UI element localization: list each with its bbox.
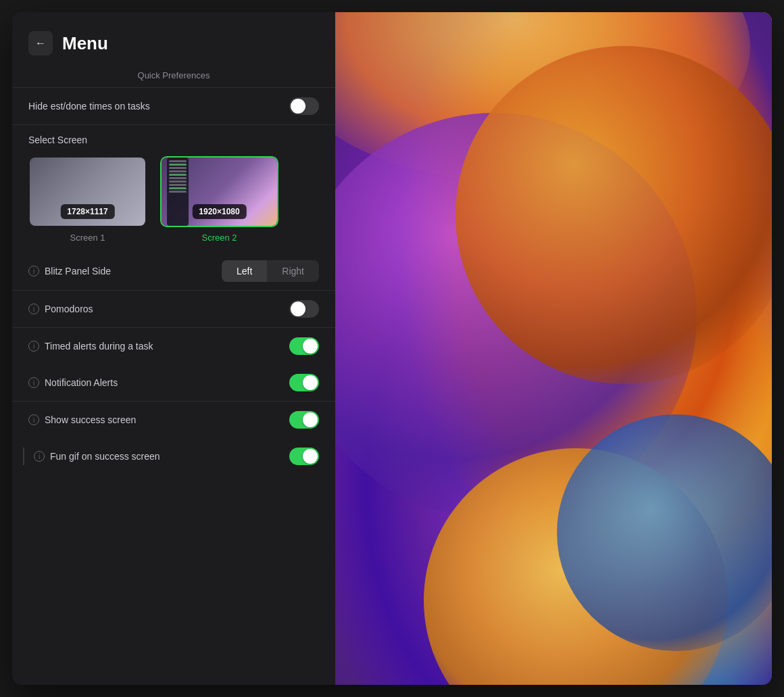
- mini-bar-2: [169, 164, 187, 166]
- side-toggle-group: Left Right: [222, 260, 319, 282]
- screen2-resolution: 1920×1080: [192, 204, 246, 219]
- mini-bar-3: [169, 167, 187, 169]
- pomodoros-info-icon[interactable]: i: [28, 304, 39, 314]
- side-btn-right[interactable]: Right: [267, 260, 319, 282]
- show-success-toggle[interactable]: [289, 411, 319, 429]
- mini-bar-5: [169, 174, 187, 176]
- pomodoros-label: Pomodoros: [45, 304, 93, 314]
- back-icon: ←: [35, 37, 46, 49]
- screen-option-2[interactable]: 1920×1080 Screen 2: [160, 156, 278, 243]
- orange-bubble: [456, 46, 772, 384]
- blitz-panel-label: Blitz Panel Side: [45, 266, 111, 277]
- show-success-label-group: i Show success screen: [28, 414, 136, 425]
- screen-option-1[interactable]: 1728×1117 Screen 1: [28, 156, 147, 243]
- hide-times-toggle[interactable]: [289, 97, 319, 115]
- timed-alerts-row: i Timed alerts during a task: [12, 328, 335, 364]
- timed-alerts-info-icon[interactable]: i: [28, 341, 39, 352]
- mini-bar-6: [169, 177, 187, 179]
- screen-options: 1728×1117 Screen 1: [28, 156, 319, 243]
- screen-thumbnail-2: 1920×1080: [160, 156, 278, 227]
- mini-bar-9: [169, 187, 187, 189]
- hide-times-row: Hide est/done times on tasks: [12, 88, 335, 124]
- pomodoros-toggle[interactable]: [289, 300, 319, 318]
- blitz-panel-side-row: i Blitz Panel Side Left Right: [12, 252, 335, 290]
- app-window: ← Menu Quick Preferences Hide est/done t…: [12, 12, 772, 685]
- select-screen-section: Select Screen 1728×1117 Screen 1: [12, 125, 335, 252]
- notification-alerts-label: Notification Alerts: [45, 377, 118, 388]
- hide-times-label-group: Hide est/done times on tasks: [28, 101, 150, 112]
- fun-gif-info-icon[interactable]: i: [34, 451, 45, 462]
- blitz-panel-info-icon[interactable]: i: [28, 266, 39, 277]
- timed-alerts-label-group: i Timed alerts during a task: [28, 341, 153, 352]
- pomodoros-label-group: i Pomodoros: [28, 304, 93, 314]
- fun-gif-row: i Fun gif on success screen: [12, 438, 335, 475]
- fun-gif-toggle[interactable]: [289, 448, 319, 465]
- select-screen-label: Select Screen: [28, 135, 319, 145]
- timed-alerts-label: Timed alerts during a task: [45, 341, 153, 352]
- page-title: Menu: [62, 33, 108, 54]
- timed-alerts-toggle[interactable]: [289, 337, 319, 355]
- screen2-name: Screen 2: [201, 233, 237, 243]
- fun-gif-label: Fun gif on success screen: [50, 451, 289, 462]
- pomodoros-row: i Pomodoros: [12, 291, 335, 327]
- show-success-row: i Show success screen: [12, 402, 335, 438]
- notification-alerts-info-icon[interactable]: i: [28, 377, 39, 388]
- section-label-quick-prefs: Quick Preferences: [12, 69, 335, 87]
- notification-alerts-row: i Notification Alerts: [12, 364, 335, 401]
- mini-bar-4: [169, 170, 187, 172]
- mini-bar-7: [169, 181, 187, 183]
- left-panel: ← Menu Quick Preferences Hide est/done t…: [12, 12, 335, 685]
- back-button[interactable]: ←: [28, 31, 53, 55]
- blitz-panel-label-group: i Blitz Panel Side: [28, 266, 111, 277]
- hide-times-label: Hide est/done times on tasks: [28, 101, 150, 112]
- side-btn-left[interactable]: Left: [222, 260, 267, 282]
- screen1-name: Screen 1: [70, 233, 105, 243]
- screen-thumbnail-1: 1728×1117: [28, 156, 147, 227]
- bubble-container: [335, 12, 772, 685]
- sub-row-line: [23, 448, 24, 465]
- screen1-resolution: 1728×1117: [60, 204, 114, 219]
- mini-bar-10: [169, 191, 187, 193]
- screen2-panel-overlay: [167, 158, 189, 226]
- mini-bar-8: [169, 184, 187, 186]
- notification-alerts-toggle[interactable]: [289, 374, 319, 391]
- notification-alerts-label-group: i Notification Alerts: [28, 377, 118, 388]
- panel-header: ← Menu: [12, 12, 335, 69]
- show-success-info-icon[interactable]: i: [28, 414, 39, 425]
- show-success-label: Show success screen: [45, 414, 136, 425]
- right-panel: [335, 12, 772, 685]
- mini-bar-1: [169, 160, 187, 162]
